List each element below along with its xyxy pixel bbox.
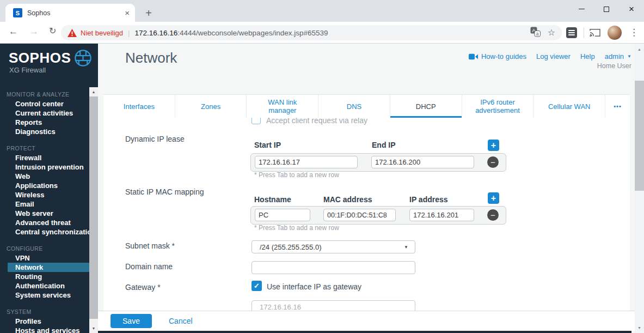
- scroll-up-icon[interactable]: ▲: [635, 45, 644, 53]
- hostname-column-header: Hostname: [254, 195, 291, 204]
- scroll-down-icon[interactable]: ▼: [635, 323, 644, 332]
- sidebar: SOPHOS XG Firewall MONITOR & ANALYZE Con…: [0, 44, 98, 333]
- use-interface-ip-label: Use interface IP as gateway: [267, 282, 361, 291]
- subnet-mask-select[interactable]: /24 (255.255.255.0) ▼: [252, 240, 415, 253]
- address-bar[interactable]: Niet beveiligd | 172.16.16.16:4444/webco…: [61, 25, 562, 40]
- browser-tab[interactable]: S Sophos ×: [5, 4, 135, 22]
- sidebar-item-profiles[interactable]: Profiles: [0, 317, 89, 326]
- sidebar-item-vpn[interactable]: VPN: [0, 253, 89, 263]
- log-viewer-link[interactable]: Log viewer: [536, 52, 571, 60]
- url-path: :4444/webconsole/webpages/index.jsp#6553…: [177, 29, 328, 37]
- toolbar-divider: [584, 27, 584, 38]
- footer-dark-strip: [98, 331, 631, 333]
- bookmark-star-icon[interactable]: ☆: [548, 28, 555, 37]
- tab-cellular-wan[interactable]: Cellular WAN: [533, 95, 605, 118]
- main-scrollbar-thumb[interactable]: [635, 81, 644, 191]
- security-warning-label[interactable]: Niet beveiligd: [81, 29, 123, 37]
- new-tab-button[interactable]: +: [140, 5, 157, 21]
- cast-icon[interactable]: [590, 28, 600, 39]
- select-caret-icon: ▼: [404, 245, 408, 250]
- close-window-button[interactable]: ×: [619, 0, 644, 18]
- back-button[interactable]: ←: [9, 27, 18, 36]
- sidebar-item-diagnostics[interactable]: Diagnostics: [0, 127, 89, 136]
- sidebar-item-advanced-threat[interactable]: Advanced threat: [0, 218, 89, 227]
- admin-menu[interactable]: admin ▼: [605, 52, 631, 60]
- tab-interfaces[interactable]: Interfaces: [103, 95, 175, 118]
- sidebar-section-configure: CONFIGURE: [0, 244, 89, 253]
- sidebar-section-monitor-analyze: MONITOR & ANALYZE: [0, 90, 89, 99]
- start-ip-input[interactable]: [255, 156, 358, 168]
- sidebar-item-authentication[interactable]: Authentication: [0, 281, 89, 290]
- sidebar-item-reports[interactable]: Reports: [0, 118, 89, 127]
- add-mapping-row-button[interactable]: +: [488, 192, 499, 204]
- tab-wan-link-manager[interactable]: WAN link manager: [246, 95, 318, 118]
- favicon: S: [13, 8, 22, 17]
- page-title: Network: [125, 50, 177, 66]
- sidebar-item-applications[interactable]: Applications: [0, 181, 89, 190]
- minimize-button[interactable]: [569, 0, 594, 18]
- translate-icon[interactable]: Aa: [530, 27, 541, 39]
- footer-bar: Save Cancel: [98, 311, 635, 331]
- log-viewer-label: Log viewer: [536, 52, 571, 60]
- tab-dhcp[interactable]: DHCP: [390, 95, 462, 118]
- sidebar-item-routing[interactable]: Routing: [0, 272, 89, 281]
- svg-text:a: a: [536, 31, 538, 37]
- url-text: 172.16.16.16:4444/webconsole/webpages/in…: [134, 29, 328, 37]
- add-lease-row-button[interactable]: +: [488, 140, 499, 151]
- window-controls: ×: [569, 0, 644, 18]
- browser-tab-title: Sophos: [27, 9, 125, 17]
- brand-row: SOPHOS: [9, 49, 92, 67]
- user-type-label: Home User: [597, 62, 631, 70]
- static-ip-mac-label: Static IP MAC mapping: [125, 187, 204, 196]
- subnet-mask-label: Subnet mask *: [125, 241, 175, 250]
- remove-lease-row-button[interactable]: −: [487, 156, 499, 168]
- save-button[interactable]: Save: [111, 314, 152, 328]
- sidebar-item-email[interactable]: Email: [0, 199, 89, 209]
- tabs-more-button[interactable]: •••: [605, 95, 630, 118]
- forward-button[interactable]: →: [29, 27, 39, 36]
- sidebar-item-current-activities[interactable]: Current activities: [0, 108, 89, 118]
- sidebar-scrollbar-thumb[interactable]: [89, 96, 98, 319]
- url-divider: |: [128, 29, 130, 37]
- sidebar-item-network[interactable]: Network: [8, 263, 89, 272]
- howto-guides-link[interactable]: How-to guides: [469, 52, 526, 60]
- sidebar-item-hosts-and-services[interactable]: Hosts and services: [0, 326, 89, 333]
- tab-zones[interactable]: Zones: [175, 95, 247, 118]
- end-ip-input[interactable]: [371, 156, 474, 168]
- cancel-button[interactable]: Cancel: [169, 317, 193, 325]
- sidebar-nav: MONITOR & ANALYZE Control center Current…: [0, 90, 89, 333]
- sidebar-item-intrusion-prevention[interactable]: Intrusion prevention: [0, 162, 89, 172]
- use-interface-ip-checkbox[interactable]: ✓: [252, 281, 262, 291]
- profile-avatar[interactable]: [608, 26, 622, 40]
- browser-menu-icon[interactable]: ⋮: [629, 27, 639, 38]
- maximize-button[interactable]: [594, 0, 619, 18]
- sophos-logo-text: SOPHOS: [9, 50, 71, 66]
- tab-ipv6-router-advertisement[interactable]: IPv6 router advertisement: [462, 95, 533, 118]
- tab-close-icon[interactable]: ×: [125, 8, 130, 17]
- remove-mapping-row-button[interactable]: −: [487, 209, 499, 221]
- domain-name-input[interactable]: [252, 261, 415, 274]
- sidebar-item-system-services[interactable]: System services: [0, 290, 89, 300]
- scroll-down-icon[interactable]: ▼: [89, 324, 98, 333]
- lease-row-hint: * Press Tab to add a new row: [254, 171, 339, 179]
- sidebar-item-web[interactable]: Web: [0, 172, 89, 181]
- sidebar-item-control-center[interactable]: Control center: [0, 99, 89, 108]
- extension-icon[interactable]: [566, 27, 577, 38]
- extension-glyph: [568, 30, 575, 31]
- scroll-up-icon[interactable]: ▲: [89, 87, 98, 96]
- sidebar-scrollbar[interactable]: ▲ ▼: [89, 87, 98, 333]
- reload-button[interactable]: ↻: [49, 27, 56, 35]
- tab-dns[interactable]: DNS: [318, 95, 390, 118]
- mac-address-input[interactable]: [323, 209, 396, 221]
- help-label: Help: [580, 52, 595, 60]
- close-icon: ×: [629, 4, 634, 14]
- sidebar-item-firewall[interactable]: Firewall: [0, 153, 89, 162]
- main-scrollbar[interactable]: ▲ ▼: [635, 44, 644, 333]
- sidebar-item-wireless[interactable]: Wireless: [0, 190, 89, 199]
- sidebar-item-central-synchronization[interactable]: Central synchronization: [0, 227, 89, 237]
- help-link[interactable]: Help: [580, 52, 595, 60]
- ip-address-input[interactable]: [409, 209, 474, 221]
- sidebar-item-web-server[interactable]: Web server: [0, 209, 89, 218]
- hostname-input[interactable]: [255, 209, 310, 221]
- domain-name-label: Domain name: [125, 262, 173, 271]
